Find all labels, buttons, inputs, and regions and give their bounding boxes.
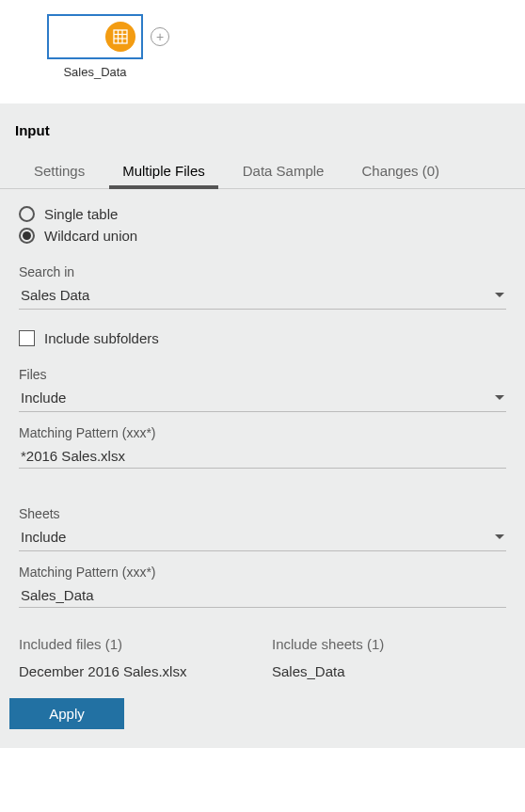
- files-pattern-label: Matching Pattern (xxx*): [19, 425, 506, 440]
- search-in-label: Search in: [19, 264, 506, 279]
- files-pattern-input[interactable]: [21, 448, 504, 464]
- radio-wildcard-union[interactable]: Wildcard union: [19, 228, 506, 244]
- radio-single-table[interactable]: Single table: [19, 206, 506, 222]
- included-files-header: Included files (1): [19, 636, 253, 652]
- tab-data-sample[interactable]: Data Sample: [224, 155, 343, 188]
- data-source-icon: [105, 22, 135, 52]
- chevron-down-icon: [495, 293, 504, 297]
- radio-label: Single table: [44, 206, 118, 222]
- tab-multiple-files[interactable]: Multiple Files: [103, 155, 224, 188]
- checkbox-icon: [19, 330, 35, 346]
- select-value: Sales Data: [21, 287, 89, 303]
- node-label: Sales_Data: [63, 65, 126, 79]
- flow-canvas: Sales_Data +: [0, 0, 525, 103]
- included-file-item: December 2016 Sales.xlsx: [19, 663, 253, 679]
- include-subfolders-checkbox[interactable]: Include subfolders: [19, 330, 506, 346]
- chevron-down-icon: [495, 534, 504, 539]
- radio-icon: [19, 228, 35, 244]
- select-value: Include: [21, 529, 66, 545]
- tab-settings[interactable]: Settings: [15, 155, 103, 188]
- tab-changes[interactable]: Changes (0): [342, 155, 458, 188]
- checkbox-label: Include subfolders: [44, 330, 159, 346]
- apply-button[interactable]: Apply: [9, 698, 124, 729]
- add-step-button[interactable]: +: [151, 27, 169, 46]
- sheets-pattern-label: Matching Pattern (xxx*): [19, 565, 506, 580]
- svg-rect-0: [114, 30, 127, 43]
- sheets-pattern-input[interactable]: [21, 587, 504, 603]
- include-sheets-header: Include sheets (1): [272, 636, 506, 652]
- results-section: Included files (1) December 2016 Sales.x…: [0, 608, 525, 698]
- sheets-select[interactable]: Include: [19, 527, 506, 551]
- panel-title: Input: [0, 122, 525, 155]
- tab-bar: Settings Multiple Files Data Sample Chan…: [0, 155, 525, 189]
- node-box[interactable]: [47, 14, 143, 59]
- radio-label: Wildcard union: [44, 228, 137, 244]
- search-in-select[interactable]: Sales Data: [19, 285, 506, 310]
- chevron-down-icon: [495, 395, 504, 400]
- flow-node[interactable]: Sales_Data: [47, 14, 143, 79]
- files-select[interactable]: Include: [19, 388, 506, 412]
- radio-icon: [19, 206, 35, 222]
- included-sheet-item: Sales_Data: [272, 663, 506, 679]
- input-panel: Input Settings Multiple Files Data Sampl…: [0, 103, 525, 748]
- select-value: Include: [21, 390, 66, 406]
- files-label: Files: [19, 367, 506, 382]
- sheets-label: Sheets: [19, 506, 506, 521]
